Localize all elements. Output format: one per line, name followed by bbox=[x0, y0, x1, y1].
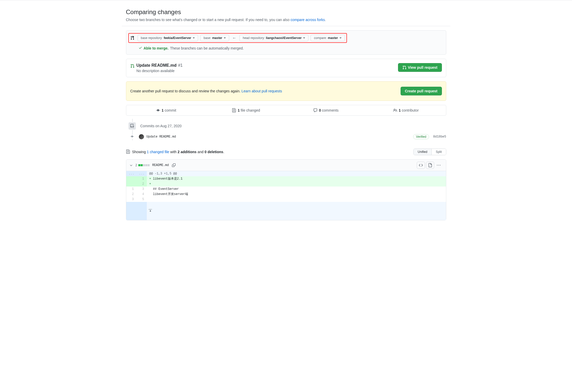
diff-line: 13## EventServer bbox=[126, 187, 446, 192]
file-menu-button[interactable]: ··· bbox=[435, 163, 443, 167]
stats-bar: 1 commit 1 file changed 0 comments 1 con… bbox=[126, 105, 446, 116]
compare-box: base repository: feekia/EventServer base… bbox=[126, 30, 446, 55]
head-repo-selector[interactable]: head repository: liangchaoxi/EventServer bbox=[239, 35, 308, 41]
flash-text: Create another pull request to discuss a… bbox=[130, 89, 282, 93]
expand-down-row[interactable] bbox=[126, 202, 446, 220]
base-branch-selector[interactable]: base: master bbox=[200, 35, 229, 41]
diff-summary-text: Showing 1 changed file with 2 additions … bbox=[132, 150, 225, 154]
stat-contributors[interactable]: 1 contributor bbox=[366, 105, 446, 115]
stat-commits[interactable]: 1 commit bbox=[126, 105, 206, 115]
avatar[interactable] bbox=[139, 134, 144, 139]
commit-message[interactable]: Update README.md bbox=[147, 135, 176, 139]
view-file-button[interactable] bbox=[426, 162, 434, 169]
arrow-left-icon: ← bbox=[231, 36, 237, 40]
pr-description: No description available bbox=[137, 69, 183, 73]
comment-icon bbox=[313, 108, 317, 112]
page-subtitle: Choose two branches to see what's change… bbox=[126, 18, 446, 22]
file-header: 2 README.md ··· bbox=[126, 160, 446, 171]
compare-forks-link[interactable]: compare across forks bbox=[290, 18, 325, 22]
diff-line: 35 bbox=[126, 197, 446, 202]
create-pr-flash: Create another pull request to discuss a… bbox=[126, 81, 446, 101]
compare-branch-selector[interactable]: compare: master bbox=[311, 35, 345, 41]
branch-selector-row: base repository: feekia/EventServer base… bbox=[128, 33, 347, 43]
commit-icon bbox=[156, 108, 160, 112]
pr-number: #1 bbox=[178, 63, 183, 68]
subtitle-text: Choose two branches to see what's change… bbox=[126, 18, 291, 22]
commits-date-header: Commits on Aug 27, 2020 bbox=[140, 124, 182, 128]
diff-line: 24libevent开发server端 bbox=[126, 192, 446, 197]
diff-line: 2 bbox=[126, 181, 446, 187]
existing-pr-box: Update README.md #1 No description avail… bbox=[126, 59, 446, 77]
diff-toolbar: Showing 1 changed file with 2 additions … bbox=[126, 149, 446, 155]
diff-table: ... ... @@ -1,3 +1,5 @@ 1libevent版本是2.12… bbox=[126, 171, 446, 202]
pull-request-icon bbox=[130, 64, 134, 73]
merge-status: Able to merge. These branches can be aut… bbox=[139, 46, 442, 50]
git-compare-icon bbox=[130, 36, 134, 40]
merge-able-label: Able to merge. bbox=[144, 46, 169, 50]
unfold-icon bbox=[148, 208, 152, 212]
file-diff-icon bbox=[126, 150, 130, 154]
base-repo-selector[interactable]: base repository: feekia/EventServer bbox=[138, 35, 198, 41]
split-view-button[interactable]: Split bbox=[431, 149, 446, 155]
diff-line: 1libevent版本是2.1 bbox=[126, 176, 446, 181]
create-pull-request-button[interactable]: Create pull request bbox=[401, 87, 442, 95]
verified-badge[interactable]: Verified bbox=[413, 134, 429, 139]
changed-files-link[interactable]: 1 changed file bbox=[147, 150, 169, 154]
hunk-header-row: ... ... @@ -1,3 +1,5 @@ bbox=[126, 171, 446, 176]
people-icon bbox=[393, 108, 397, 112]
stat-files[interactable]: 1 file changed bbox=[206, 105, 286, 115]
diff-view-toggle: Unified Split bbox=[413, 149, 446, 155]
stat-comments[interactable]: 0 comments bbox=[286, 105, 366, 115]
unified-view-button[interactable]: Unified bbox=[414, 149, 431, 155]
chevron-down-icon[interactable] bbox=[129, 163, 133, 167]
commit-dot-icon bbox=[128, 135, 136, 139]
file-diff-box: 2 README.md ··· bbox=[126, 159, 446, 220]
page-title: Comparing changes bbox=[126, 8, 446, 16]
commit-sha[interactable]: 0d18be5 bbox=[433, 135, 446, 139]
pr-title[interactable]: Update README.md bbox=[137, 63, 177, 68]
diffstat: 2 bbox=[135, 163, 150, 167]
repo-push-icon bbox=[128, 122, 136, 130]
subtitle-suffix: . bbox=[325, 18, 326, 22]
commits-timeline: Commits on Aug 27, 2020 Update README.md… bbox=[128, 122, 446, 140]
view-pull-request-button[interactable]: View pull request bbox=[398, 63, 442, 72]
commit-row: Update README.md Verified 0d18be5 bbox=[128, 133, 446, 140]
file-name[interactable]: README.md bbox=[152, 163, 169, 167]
merge-text: These branches can be automatically merg… bbox=[170, 46, 244, 50]
copy-path-button[interactable] bbox=[171, 163, 176, 168]
view-source-button[interactable] bbox=[417, 162, 425, 169]
file-diff-icon bbox=[232, 108, 236, 112]
learn-pr-link[interactable]: Learn about pull requests bbox=[241, 89, 282, 93]
check-icon bbox=[139, 46, 142, 50]
